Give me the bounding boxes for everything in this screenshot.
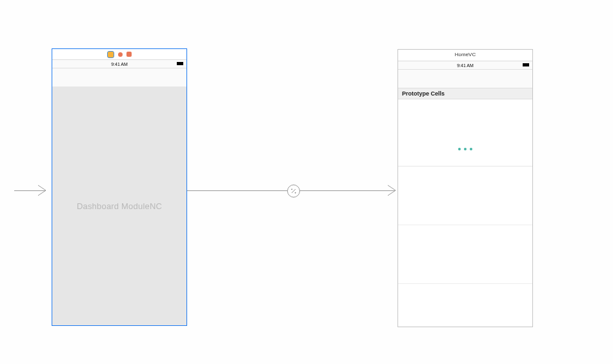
first-responder-icon[interactable] bbox=[118, 52, 123, 57]
status-clock: 9:41 AM bbox=[457, 63, 474, 68]
exit-icon[interactable] bbox=[126, 52, 132, 57]
battery-icon bbox=[177, 62, 183, 65]
device-canvas[interactable]: 9:41 AM Prototype Cells bbox=[398, 61, 532, 327]
placeholder-title: Dashboard ModuleNC bbox=[77, 201, 162, 211]
page-dot-icon bbox=[464, 148, 467, 150]
scene-homevc[interactable]: HomeVC 9:41 AM Prototype Cells bbox=[397, 49, 533, 327]
ios-status-bar: 9:41 AM bbox=[52, 60, 186, 68]
table-row bbox=[398, 225, 532, 284]
table-row bbox=[398, 284, 532, 342]
segue-relationship-icon[interactable] bbox=[287, 185, 300, 197]
scene-title-bar[interactable]: HomeVC bbox=[398, 50, 532, 61]
ios-status-bar: 9:41 AM bbox=[398, 61, 532, 70]
table-row bbox=[398, 167, 532, 225]
battery-icon bbox=[523, 63, 529, 66]
svg-point-0 bbox=[291, 188, 292, 190]
prototype-cell[interactable] bbox=[398, 99, 532, 167]
viewcontroller-icon[interactable] bbox=[107, 51, 114, 58]
nav-controller-placeholder[interactable]: Dashboard ModuleNC bbox=[52, 86, 186, 325]
page-dot-icon bbox=[470, 148, 472, 150]
navigation-bar[interactable] bbox=[52, 68, 186, 88]
page-dot-icon bbox=[458, 148, 461, 150]
navigation-bar[interactable] bbox=[398, 70, 532, 89]
scene-title: HomeVC bbox=[455, 50, 476, 60]
prototype-cells-header: Prototype Cells bbox=[398, 88, 532, 99]
scene-title-bar[interactable] bbox=[52, 49, 186, 59]
svg-point-1 bbox=[295, 192, 296, 194]
device-canvas[interactable]: 9:41 AM Dashboard ModuleNC bbox=[52, 59, 186, 325]
scene-dashboard[interactable]: 9:41 AM Dashboard ModuleNC bbox=[52, 48, 187, 326]
page-control[interactable] bbox=[458, 148, 472, 150]
status-clock: 9:41 AM bbox=[111, 62, 128, 66]
table-view[interactable]: Prototype Cells bbox=[398, 88, 532, 327]
